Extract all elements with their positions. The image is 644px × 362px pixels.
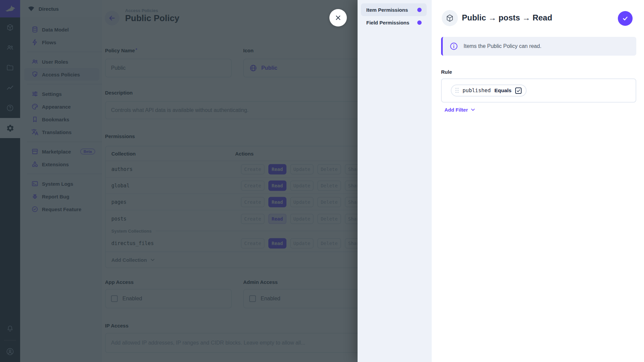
filter-pill[interactable]: published Equals xyxy=(451,84,527,97)
filter-operator[interactable]: Equals xyxy=(494,87,512,94)
overlay-scrim[interactable] xyxy=(0,0,358,362)
check-icon xyxy=(621,14,629,22)
rule-filter-box: published Equals xyxy=(441,78,636,103)
drag-handle-icon[interactable] xyxy=(455,88,459,93)
check-icon xyxy=(516,88,521,93)
tab-field-permissions[interactable]: Field Permissions xyxy=(361,16,427,29)
active-rule-dot xyxy=(417,20,422,25)
close-icon xyxy=(334,14,342,21)
app-window: Directus Data Model Flows User Rol xyxy=(0,0,644,362)
notice-text: Items the Public Policy can read. xyxy=(464,43,541,49)
drawer-sidebar: Item Permissions Field Permissions xyxy=(358,0,432,362)
save-button[interactable] xyxy=(618,11,633,26)
filter-value-checkbox[interactable] xyxy=(515,87,522,94)
info-icon xyxy=(449,42,458,51)
add-filter-button[interactable]: Add Filter xyxy=(444,107,476,113)
chevron-down-icon xyxy=(470,107,476,113)
drawer-close-button[interactable] xyxy=(329,9,347,26)
filter-field[interactable]: published xyxy=(463,87,491,94)
active-rule-dot xyxy=(417,8,422,12)
drawer-header-icon-circle xyxy=(442,10,458,26)
cube-icon xyxy=(445,14,454,22)
permissions-drawer: Public → posts → Read Items the Public P… xyxy=(432,0,644,362)
info-notice: Items the Public Policy can read. xyxy=(441,37,636,56)
rule-label: Rule xyxy=(441,69,452,75)
tab-item-permissions[interactable]: Item Permissions xyxy=(361,3,427,16)
drawer-title: Public → posts → Read xyxy=(462,13,552,22)
